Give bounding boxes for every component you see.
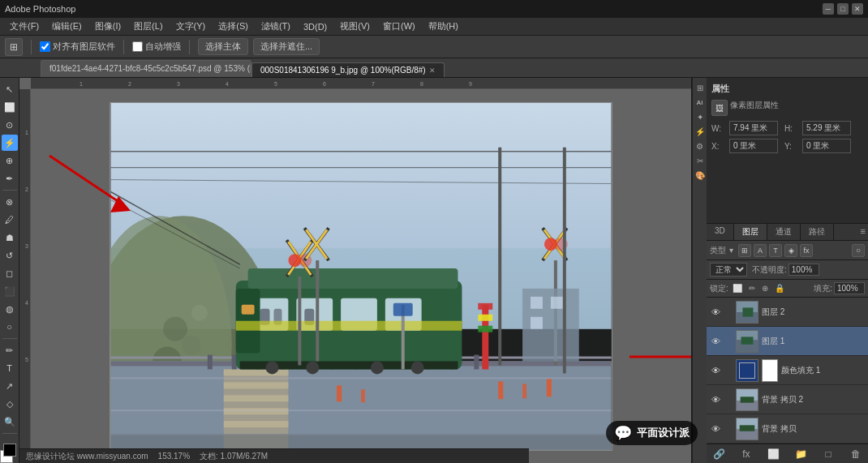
tool-crop[interactable]: ⊕: [2, 152, 18, 169]
delete-layer-button[interactable]: 🗑: [849, 447, 863, 461]
menu-text[interactable]: 文字(Y): [170, 19, 213, 34]
menu-3d[interactable]: 3D(D): [297, 20, 333, 33]
props-subtitle: 像素图层属性: [730, 100, 779, 116]
tool-history-brush[interactable]: ↺: [2, 247, 18, 264]
tab-doc1[interactable]: f01fde21-4ae4-4271-bfc8-45c5c2c5b547.psd…: [41, 60, 251, 77]
tool-eraser[interactable]: ◻: [2, 265, 18, 281]
lock-all[interactable]: 🔒: [772, 283, 787, 294]
fill-input[interactable]: [834, 282, 865, 294]
prop-w-value[interactable]: 7.94 里米: [729, 121, 778, 135]
prop-icon-image[interactable]: 🖼: [711, 100, 728, 116]
opacity-input[interactable]: [789, 264, 819, 276]
menu-filter[interactable]: 滤镜(T): [255, 19, 297, 34]
maximize-button[interactable]: □: [837, 3, 849, 15]
tool-zoom[interactable]: 🔍: [2, 414, 18, 430]
tab-channels[interactable]: 通道: [767, 224, 801, 240]
layer-filter-toggle[interactable]: ○: [852, 244, 865, 257]
new-group-button[interactable]: 📁: [793, 447, 808, 461]
layer1-visibility[interactable]: 👁: [710, 336, 721, 347]
link-layers-button[interactable]: 🔗: [711, 447, 726, 461]
tool-lasso[interactable]: ⊙: [2, 117, 18, 133]
tab-3d[interactable]: 3D: [707, 224, 734, 240]
svg-rect-108: [741, 397, 754, 402]
tool-pen[interactable]: ✏: [2, 342, 18, 358]
side-icon-lightning[interactable]: ⚡: [694, 125, 707, 138]
menu-layer[interactable]: 图层(L): [127, 19, 169, 34]
tool-blur[interactable]: ◍: [2, 301, 18, 317]
layer-item-layer1[interactable]: 👁 图层 1: [707, 327, 868, 356]
select-subject-button[interactable]: 选择主体: [198, 38, 248, 55]
select-mask-button[interactable]: 选择并遮住...: [253, 38, 320, 55]
blend-mode-select[interactable]: 正常: [710, 263, 747, 277]
layer-filter-icon4[interactable]: ◈: [784, 244, 797, 257]
lock-position[interactable]: ⊕: [759, 283, 771, 294]
toolbar-sep1: [2, 190, 17, 191]
tool-clone[interactable]: ☗: [2, 229, 18, 246]
wechat-badge: 💬 平面设计派: [606, 421, 698, 445]
type-dropdown-icon[interactable]: ▾: [729, 246, 733, 255]
lock-transparency[interactable]: ⬜: [730, 283, 745, 294]
menu-select[interactable]: 选择(S): [212, 19, 255, 34]
tool-brush[interactable]: 🖊: [2, 212, 18, 228]
layer-item-bg-copy2[interactable]: 👁 背景 拷贝 2: [707, 385, 868, 414]
tab-doc2[interactable]: 000S01841306196 9_b.jpg @ 100%(RGB/8#) ✕: [251, 62, 445, 77]
tool-text[interactable]: T: [2, 360, 18, 376]
menu-image[interactable]: 图像(I): [88, 19, 127, 34]
side-icon-ai[interactable]: Ai: [694, 96, 707, 109]
layer2-visibility[interactable]: 👁: [710, 307, 721, 318]
tab-paths[interactable]: 路径: [801, 224, 834, 240]
color-swatches[interactable]: [2, 440, 18, 457]
lock-paint[interactable]: ✏: [746, 283, 758, 294]
prop-xy: X: 0 里米 Y: 0 里米: [711, 139, 863, 153]
tool-shape[interactable]: ◇: [2, 396, 18, 412]
tab-doc2-close[interactable]: ✕: [429, 66, 436, 75]
tool-gradient[interactable]: ⬛: [2, 283, 18, 299]
layer-filter-icon1[interactable]: ⊞: [738, 244, 751, 257]
menu-window[interactable]: 窗口(W): [376, 19, 422, 34]
layer-item-bg-copy[interactable]: 👁 背景 拷贝: [707, 414, 868, 444]
menu-file[interactable]: 文件(F): [3, 19, 45, 34]
tab-layers[interactable]: 图层: [734, 224, 767, 240]
prop-y-value[interactable]: 0 里米: [802, 139, 851, 153]
train-scene-svg: [110, 103, 612, 450]
tool-path-select[interactable]: ↗: [2, 378, 18, 394]
fill-layer-visibility[interactable]: 👁: [710, 365, 721, 376]
auto-checkbox[interactable]: 自动增强: [132, 41, 181, 53]
site-label: 思缘设计论坛 www.missyuan.com: [26, 451, 148, 462]
menu-view[interactable]: 视图(V): [333, 19, 376, 34]
layer-filter-icon3[interactable]: T: [769, 244, 782, 257]
align-check-input[interactable]: [40, 41, 50, 52]
prop-x-value[interactable]: 0 里米: [729, 139, 778, 153]
tool-eyedropper[interactable]: ✒: [2, 170, 18, 186]
add-mask-button[interactable]: ⬜: [767, 447, 781, 461]
lock-label: 锁定:: [710, 283, 728, 294]
tool-move[interactable]: ↖: [2, 81, 18, 97]
side-icon-scissors[interactable]: ✂: [694, 154, 707, 167]
add-style-button[interactable]: fx: [739, 447, 754, 461]
menu-edit[interactable]: 编辑(E): [45, 19, 88, 34]
side-icon-gear[interactable]: ⚙: [694, 139, 707, 152]
side-icon-palette[interactable]: 🎨: [694, 169, 707, 182]
prop-h-value[interactable]: 5.29 里米: [802, 121, 851, 135]
layer-filter-icon2[interactable]: A: [754, 244, 767, 257]
tool-dodge[interactable]: ○: [2, 319, 18, 335]
layer-filter-icon5[interactable]: fx: [800, 244, 813, 257]
layer-item-layer2[interactable]: 👁 图层 2: [707, 298, 868, 327]
foreground-color[interactable]: [3, 444, 16, 457]
tool-marquee[interactable]: ⬜: [2, 99, 18, 115]
tool-magic-wand[interactable]: ⚡: [2, 135, 18, 151]
bg1-visibility[interactable]: 👁: [710, 423, 721, 435]
layer-item-fill[interactable]: 👁 颜色填充 1: [707, 356, 868, 385]
close-button[interactable]: ✕: [852, 3, 863, 15]
new-layer-button[interactable]: □: [821, 447, 836, 461]
tool-options-icon[interactable]: ⊞: [5, 38, 23, 56]
tool-healing[interactable]: ⊗: [2, 194, 18, 210]
side-icon-star[interactable]: ✦: [694, 110, 707, 123]
panel-menu-button[interactable]: ≡: [858, 224, 868, 240]
align-checkbox[interactable]: 对齐有图层软件: [40, 41, 115, 53]
minimize-button[interactable]: ─: [823, 3, 834, 15]
menu-help[interactable]: 帮助(H): [422, 19, 465, 34]
auto-check-input[interactable]: [132, 41, 143, 52]
side-icon-properties[interactable]: ⊞: [694, 81, 707, 94]
bg2-visibility[interactable]: 👁: [710, 394, 721, 405]
